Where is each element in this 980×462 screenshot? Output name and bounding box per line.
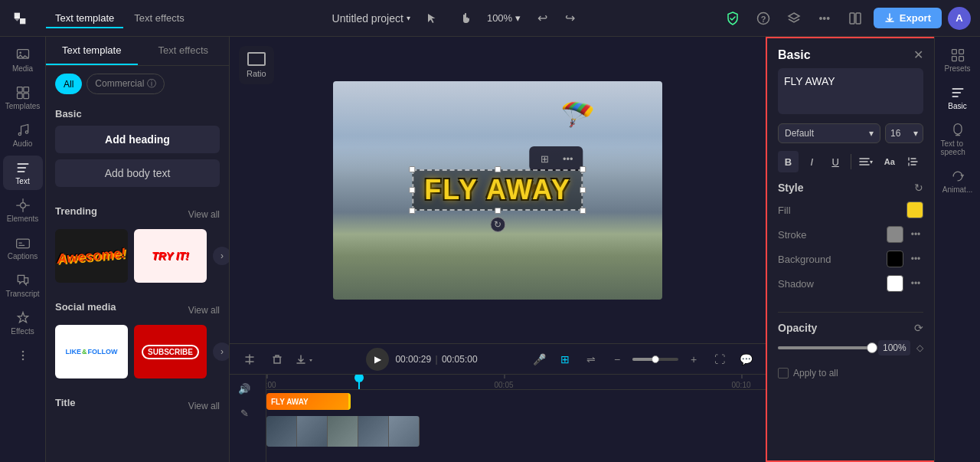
handle-ml[interactable] bbox=[409, 187, 415, 193]
far-right-presets[interactable]: Presets bbox=[938, 43, 978, 77]
shield-icon-btn[interactable] bbox=[720, 6, 745, 31]
line-spacing-btn[interactable] bbox=[903, 151, 923, 172]
text-ctrl-more[interactable]: ••• bbox=[559, 149, 577, 168]
style-refresh-btn[interactable]: ↻ bbox=[914, 182, 923, 194]
project-title[interactable]: Untitled project ▾ bbox=[332, 12, 410, 25]
trending-view-all[interactable]: View all bbox=[188, 209, 220, 220]
sidebar-item-effects[interactable]: Effects bbox=[3, 306, 43, 340]
export-btn[interactable]: Export bbox=[874, 8, 942, 28]
stroke-color-swatch[interactable] bbox=[887, 226, 903, 243]
shadow-more-btn[interactable]: ••• bbox=[908, 276, 923, 291]
stroke-more-btn[interactable]: ••• bbox=[908, 227, 923, 242]
redo-btn[interactable]: ↪ bbox=[557, 6, 582, 31]
text-overlay-container[interactable]: ⊞ ••• FLY AWAY ↻ bbox=[412, 169, 583, 211]
tab-text-effects[interactable]: Text effects bbox=[125, 9, 194, 27]
bold-btn[interactable]: B bbox=[778, 151, 799, 172]
text-element[interactable]: FLY AWAY ↻ bbox=[412, 169, 583, 211]
social-view-all[interactable]: View all bbox=[188, 305, 220, 316]
user-avatar[interactable]: A bbox=[948, 7, 971, 30]
sidebar-item-captions[interactable]: Captions bbox=[3, 231, 43, 265]
add-heading-btn[interactable]: Add heading bbox=[55, 126, 220, 153]
underline-btn[interactable]: U bbox=[825, 151, 846, 172]
loop-btn[interactable]: ⇌ bbox=[580, 349, 602, 370]
tab-text-template-panel[interactable]: Text template bbox=[46, 37, 138, 65]
split-tool-btn[interactable] bbox=[239, 349, 260, 370]
transition-btn[interactable]: ⊞ bbox=[554, 349, 576, 370]
opacity-thumb[interactable] bbox=[867, 342, 877, 353]
social-template-subscribe[interactable]: SUBSCRIBE bbox=[134, 325, 207, 378]
app-logo[interactable] bbox=[9, 8, 31, 29]
sidebar-item-templates[interactable]: Templates bbox=[3, 80, 43, 115]
sidebar-item-text[interactable]: Text bbox=[3, 156, 43, 190]
delete-btn[interactable] bbox=[266, 349, 288, 370]
handle-mr[interactable] bbox=[580, 187, 586, 193]
download-btn[interactable] bbox=[294, 349, 315, 370]
text-case-btn[interactable]: Aa bbox=[879, 151, 900, 172]
zoom-minus-btn[interactable]: − bbox=[606, 349, 628, 370]
trending-template-tryit[interactable]: TRY IT! bbox=[134, 229, 207, 283]
ratio-btn[interactable]: Ratio bbox=[239, 46, 274, 84]
handle-br[interactable] bbox=[580, 208, 586, 214]
add-body-btn[interactable]: Add body text bbox=[55, 159, 220, 187]
background-more-btn[interactable]: ••• bbox=[908, 251, 923, 267]
align-btn[interactable]: ▾ bbox=[855, 151, 876, 172]
help-icon-btn[interactable]: ? bbox=[751, 6, 776, 31]
sidebar-item-more[interactable] bbox=[3, 343, 43, 368]
video-clip[interactable] bbox=[266, 416, 420, 447]
text-content-input[interactable] bbox=[784, 75, 917, 87]
mic-btn[interactable]: 🎤 bbox=[528, 349, 550, 370]
far-right-tts[interactable]: Text to speech bbox=[938, 118, 978, 161]
sidebar-item-transcript[interactable]: Transcript bbox=[3, 268, 43, 303]
hand-tool-btn[interactable] bbox=[453, 6, 478, 31]
social-template-like-follow[interactable]: LIKE & FOLLOW bbox=[55, 325, 128, 378]
play-btn[interactable]: ▶ bbox=[366, 348, 389, 371]
sidebar-item-media[interactable]: Media bbox=[3, 43, 43, 77]
handle-bl[interactable] bbox=[409, 208, 415, 214]
trending-template-awesome[interactable]: Awesome! bbox=[55, 229, 128, 283]
fill-color-swatch[interactable] bbox=[906, 202, 923, 218]
zoom-slider[interactable] bbox=[632, 358, 678, 361]
layout-toggle-btn[interactable] bbox=[843, 6, 867, 31]
handle-tr[interactable] bbox=[580, 166, 586, 172]
layers-icon-btn[interactable] bbox=[782, 6, 806, 31]
filter-commercial-btn[interactable]: Commercial ⓘ bbox=[87, 74, 164, 94]
fly-away-clip[interactable]: FLY AWAY bbox=[266, 393, 351, 410]
opacity-slider[interactable] bbox=[778, 346, 872, 349]
text-input-area[interactable] bbox=[778, 68, 923, 114]
handle-tm[interactable] bbox=[495, 166, 501, 172]
undo-btn[interactable]: ↩ bbox=[530, 6, 554, 31]
opacity-reset-btn[interactable]: ⟳ bbox=[914, 322, 923, 334]
trending-next-arrow[interactable]: › bbox=[213, 247, 230, 265]
tab-text-template[interactable]: Text template bbox=[46, 9, 123, 27]
font-size-select[interactable]: 16 ▾ bbox=[885, 123, 923, 143]
opacity-keyframe-btn[interactable]: ◇ bbox=[916, 342, 923, 353]
pointer-tool-btn[interactable] bbox=[420, 6, 444, 31]
far-right-basic[interactable]: Basic bbox=[938, 80, 978, 115]
title-view-all[interactable]: View all bbox=[188, 401, 220, 411]
italic-btn[interactable]: I bbox=[802, 151, 822, 172]
playhead[interactable] bbox=[358, 375, 360, 389]
text-ctrl-copy[interactable]: ⊞ bbox=[536, 149, 554, 168]
font-family-select[interactable]: Default ▾ bbox=[778, 123, 880, 143]
comment-btn[interactable]: 💬 bbox=[735, 349, 756, 370]
canvas-preview[interactable]: 🪂 🧑 ⊞ ••• FLY AWAY bbox=[333, 81, 662, 300]
zoom-control[interactable]: 100% ▾ bbox=[487, 12, 521, 24]
zoom-plus-btn[interactable]: + bbox=[683, 349, 704, 370]
filter-all-btn[interactable]: All bbox=[55, 74, 82, 94]
handle-tl[interactable] bbox=[409, 166, 415, 172]
background-color-swatch[interactable] bbox=[887, 251, 903, 267]
far-right-animate[interactable]: Animat... bbox=[938, 164, 978, 198]
handle-bm[interactable] bbox=[495, 208, 501, 214]
tab-text-effects-panel[interactable]: Text effects bbox=[138, 37, 230, 65]
fullscreen-btn[interactable]: ⛶ bbox=[709, 349, 730, 370]
shadow-color-swatch[interactable] bbox=[887, 275, 903, 292]
sidebar-item-audio[interactable]: Audio bbox=[3, 118, 43, 152]
audio-track-label[interactable]: 🔊 bbox=[233, 378, 256, 399]
edit-track-label[interactable]: ✎ bbox=[233, 402, 256, 424]
apply-all-checkbox[interactable] bbox=[778, 368, 789, 378]
social-next-arrow[interactable]: › bbox=[213, 342, 230, 361]
sidebar-item-elements[interactable]: Elements bbox=[3, 193, 43, 228]
right-panel-close-btn[interactable]: ✕ bbox=[913, 48, 923, 62]
more-options-btn[interactable]: ••• bbox=[812, 6, 837, 31]
rotate-handle[interactable]: ↻ bbox=[490, 217, 505, 232]
